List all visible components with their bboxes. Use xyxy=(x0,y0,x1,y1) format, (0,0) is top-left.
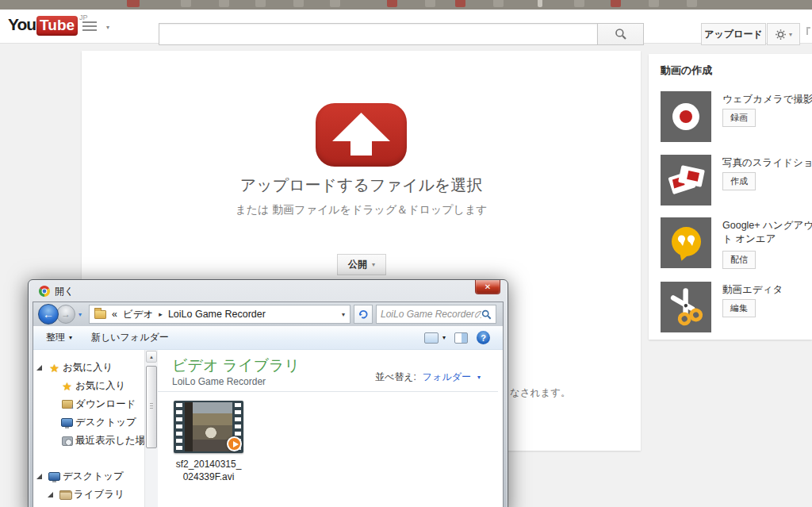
browser-favicon xyxy=(538,0,542,7)
organize-menu-button[interactable]: 整理 ▾ xyxy=(46,331,72,344)
upload-settings-button[interactable]: ▾ xyxy=(767,23,800,45)
library-title: ビデオ ライブラリ xyxy=(172,355,300,376)
upload-button[interactable]: アップロード xyxy=(701,23,766,45)
browser-favicon xyxy=(127,0,140,7)
dialog-titlebar[interactable]: 開く ✕ xyxy=(29,280,508,302)
tree-item-recent-places[interactable]: 最近表示した場所 xyxy=(59,432,144,450)
edit-button[interactable]: 編集 xyxy=(722,299,756,317)
sidebar-item-slideshow: 写真のスライドショー 作成 xyxy=(661,155,811,212)
star-icon: ★ xyxy=(62,380,72,393)
tree-item-downloads[interactable]: ↓ ダウンロード xyxy=(59,395,144,413)
privacy-label: 公開 xyxy=(348,258,367,271)
browser-favicon xyxy=(387,0,397,7)
video-creation-sidebar: 動画の作成 ウェブカメラで撮影 録画 写真のスライドショー 作成 xyxy=(649,54,812,340)
logo-region-label: JP xyxy=(79,13,88,21)
tree-item-favorites[interactable]: ★ お気に入り xyxy=(36,359,144,377)
dialog-navigation-bar: ← → ▾ « ビデオ ▸ LoiLo Game Recorder ▾ xyxy=(33,302,503,326)
history-dropdown-icon[interactable]: ▾ xyxy=(79,311,82,318)
chevron-down-icon: ▾ xyxy=(477,374,481,381)
youtube-logo[interactable]: YouTubeJP xyxy=(8,15,86,36)
breadcrumb-item-folder[interactable]: LoiLo Game Recorder xyxy=(168,309,266,320)
tree-item-desktop[interactable]: デスクトップ xyxy=(59,413,144,432)
open-file-dialog: 開く ✕ ← → ▾ « ビデオ ▸ LoiLo Game Recorder ▾ xyxy=(28,279,508,507)
browser-favicon xyxy=(611,0,621,7)
new-folder-button[interactable]: 新しいフォルダー xyxy=(91,331,169,344)
privacy-dropdown-button[interactable]: 公開 ▾ xyxy=(337,254,386,275)
breadcrumb[interactable]: « ビデオ ▸ LoiLo Game Recorder ▾ xyxy=(89,305,350,324)
chevron-down-icon: ▾ xyxy=(69,334,72,341)
breadcrumb-item-videos[interactable]: ビデオ xyxy=(123,308,153,321)
browser-favicon xyxy=(425,0,435,7)
broadcast-button[interactable]: 配信 xyxy=(722,251,756,269)
back-button[interactable]: ← xyxy=(38,304,59,325)
upload-arrow-icon[interactable] xyxy=(316,103,407,167)
scrollbar-thumb[interactable] xyxy=(146,366,157,448)
dialog-search-input[interactable] xyxy=(381,309,481,320)
breadcrumb-separator-icon: ▸ xyxy=(159,310,163,318)
upload-arrow-glyph xyxy=(316,103,407,167)
tree-scrollbar[interactable]: ▲ xyxy=(144,350,158,507)
browser-favicon xyxy=(455,0,465,7)
gear-icon xyxy=(775,29,787,40)
new-folder-label: 新しいフォルダー xyxy=(91,331,169,344)
record-button[interactable]: 録画 xyxy=(722,109,756,127)
tree-item-label: デスクトップ xyxy=(63,470,124,483)
libraries-icon xyxy=(59,490,72,500)
scroll-up-icon: ▲ xyxy=(149,355,154,359)
file-name: sf2_20140315_ 024339F.avi xyxy=(170,458,247,483)
scroll-up-button[interactable]: ▲ xyxy=(146,351,157,363)
hamburger-icon xyxy=(82,21,97,33)
browser-favicon xyxy=(574,0,584,7)
search-input[interactable] xyxy=(159,23,597,45)
chevron-down-icon: ▾ xyxy=(789,31,792,38)
arrange-by-control[interactable]: 並べ替え: フォルダー ▾ xyxy=(375,371,481,384)
browser-favicon xyxy=(219,0,229,7)
search-bar xyxy=(159,23,644,45)
folder-icon xyxy=(94,310,106,319)
chevron-down-icon: ▾ xyxy=(106,24,109,31)
browser-favicon xyxy=(255,0,266,7)
preview-pane-button[interactable] xyxy=(454,332,468,344)
refresh-button[interactable] xyxy=(354,305,373,324)
search-button[interactable] xyxy=(597,23,644,45)
terms-text-fragment: なされます。 xyxy=(510,386,570,400)
browser-tab-strip xyxy=(0,0,812,10)
thumbnail-image xyxy=(185,402,232,451)
desktop-icon xyxy=(48,472,60,481)
tree-item-favorites-child[interactable]: ★ お気に入り xyxy=(59,377,144,395)
expander-icon[interactable] xyxy=(36,474,46,479)
change-view-button[interactable]: ▾ xyxy=(424,332,446,344)
logo-text-tube: Tube xyxy=(36,16,78,36)
filmstrip-sprockets xyxy=(176,403,182,451)
guide-menu-button[interactable]: ▾ xyxy=(82,21,109,34)
organize-label: 整理 xyxy=(46,331,65,344)
expander-icon[interactable] xyxy=(48,492,57,497)
breadcrumb-chevrons[interactable]: « xyxy=(112,309,117,320)
dialog-client-area: ← → ▾ « ビデオ ▸ LoiLo Game Recorder ▾ xyxy=(33,302,504,507)
downloads-icon: ↓ xyxy=(62,400,73,409)
forward-arrow-icon: → xyxy=(61,309,71,320)
upload-title: アップロードするファイルを選択 xyxy=(82,175,641,196)
forward-button[interactable]: → xyxy=(56,305,75,324)
breadcrumb-dropdown-icon[interactable]: ▾ xyxy=(342,311,345,318)
desktop-icon xyxy=(61,418,73,427)
tree-item-desktop-root[interactable]: デスクトップ xyxy=(36,467,144,486)
tree-item-libraries[interactable]: ライブラリ xyxy=(48,486,144,504)
close-button[interactable]: ✕ xyxy=(475,280,500,294)
help-button[interactable]: ? xyxy=(477,331,490,344)
library-subtitle: LoiLo Game Recorder xyxy=(172,376,266,387)
file-list: ビデオ ライブラリ LoiLo Game Recorder 並べ替え: フォルダ… xyxy=(158,350,503,507)
video-thumbnail xyxy=(174,401,243,453)
scrollbar-grip xyxy=(150,403,153,409)
arrange-value[interactable]: フォルダー xyxy=(423,371,471,384)
chevron-down-icon: ▾ xyxy=(372,261,375,268)
expander-icon[interactable] xyxy=(36,365,46,371)
create-button[interactable]: 作成 xyxy=(722,172,756,190)
logo-text-you: You xyxy=(8,15,36,33)
browser-favicon xyxy=(181,0,191,7)
list-divider xyxy=(158,391,498,392)
sidebar-item-hangout: Google+ ハングアウト オンエア 配信 xyxy=(661,217,811,281)
browser-favicon xyxy=(293,0,304,7)
video-file-item[interactable]: sf2_20140315_ 024339F.avi xyxy=(170,401,247,483)
star-icon: ★ xyxy=(49,362,59,374)
